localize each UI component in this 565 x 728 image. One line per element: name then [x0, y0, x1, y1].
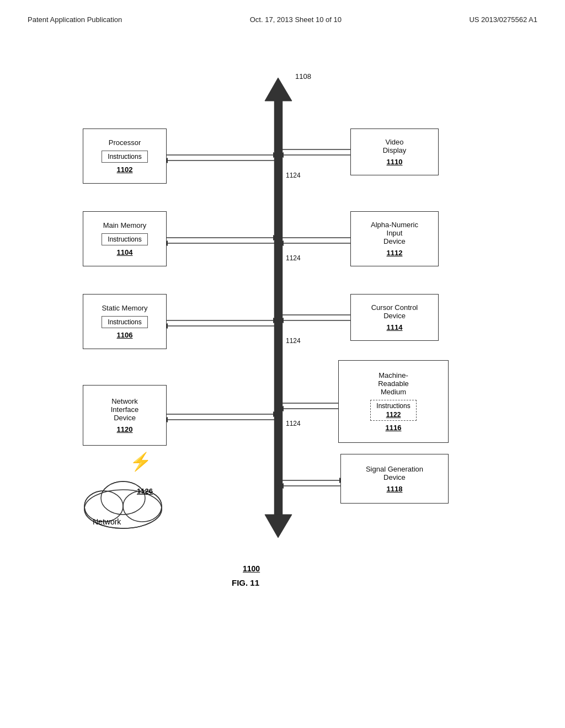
alpha-numeric-label: Alpha-NumericInputDevice	[371, 221, 418, 245]
static-memory-id: 1106	[117, 331, 133, 339]
svg-marker-16	[273, 411, 280, 417]
main-memory-instructions: Instructions	[102, 233, 147, 245]
cursor-control-box: Cursor ControlDevice 1114	[350, 294, 439, 341]
signal-generation-box: Signal GenerationDevice 1118	[340, 454, 449, 504]
main-memory-id: 1104	[117, 248, 133, 256]
svg-marker-30	[277, 318, 284, 323]
video-display-box: VideoDisplay 1110	[350, 129, 439, 175]
bus-mid-label-3: 1124	[286, 337, 301, 345]
header-center: Oct. 17, 2013 Sheet 10 of 10	[250, 15, 342, 24]
main-memory-box: Main Memory Instructions 1104	[83, 211, 167, 266]
svg-marker-38	[277, 483, 284, 489]
main-memory-label: Main Memory	[103, 221, 147, 229]
machine-readable-id: 1116	[386, 424, 402, 432]
svg-marker-4	[273, 152, 280, 158]
figure-id: 1100	[243, 564, 260, 573]
page-header: Patent Application Publication Oct. 17, …	[0, 0, 565, 29]
machine-readable-inner: Instructions 1122	[370, 400, 416, 421]
network-label: Network	[93, 517, 121, 526]
diagram: 1108 1124 1124 1124 1124 Processor Instr…	[0, 35, 565, 669]
network-interface-box: NetworkInterfaceDevice 1120	[83, 385, 167, 446]
signal-generation-label: Signal GenerationDevice	[366, 465, 423, 481]
svg-marker-34	[277, 406, 284, 411]
video-display-id: 1110	[387, 158, 403, 166]
cursor-control-id: 1114	[387, 323, 403, 331]
header-right: US 2013/0275562 A1	[469, 15, 537, 24]
page: Patent Application Publication Oct. 17, …	[0, 0, 565, 728]
svg-marker-8	[273, 235, 280, 240]
machine-readable-inner-id: 1122	[376, 411, 410, 419]
machine-readable-label: Machine-ReadableMedium	[378, 371, 409, 396]
bus-mid-label-2: 1124	[286, 254, 301, 262]
svg-marker-2	[265, 515, 292, 538]
header-left: Patent Application Publication	[28, 15, 122, 24]
processor-label: Processor	[109, 138, 141, 147]
static-memory-label: Static Memory	[102, 304, 147, 312]
processor-box: Processor Instructions 1102	[83, 129, 167, 184]
bus-mid-label-4: 1124	[286, 420, 301, 427]
network-id: 1126	[137, 487, 153, 495]
static-memory-instructions: Instructions	[102, 316, 147, 328]
svg-marker-1	[265, 78, 292, 101]
svg-marker-12	[273, 318, 280, 323]
network-interface-id: 1120	[117, 425, 133, 433]
alpha-numeric-id: 1112	[387, 249, 403, 257]
svg-marker-22	[277, 152, 284, 158]
bus-top-label: 1108	[295, 72, 311, 81]
bus-mid-label-1: 1124	[286, 172, 301, 179]
cursor-control-label: Cursor ControlDevice	[371, 303, 418, 320]
processor-id: 1102	[117, 165, 133, 174]
processor-instructions: Instructions	[102, 151, 147, 163]
static-memory-box: Static Memory Instructions 1106	[83, 294, 167, 349]
machine-readable-instructions: Instructions	[376, 402, 410, 410]
network-cloud	[71, 462, 175, 534]
alpha-numeric-box: Alpha-NumericInputDevice 1112	[350, 211, 439, 266]
signal-generation-id: 1118	[387, 485, 403, 493]
figure-label: FIG. 11	[232, 578, 259, 587]
machine-readable-box: Machine-ReadableMedium Instructions 1122…	[338, 360, 449, 443]
network-interface-label: NetworkInterfaceDevice	[111, 397, 139, 422]
svg-marker-26	[277, 240, 284, 246]
svg-marker-0	[274, 101, 282, 515]
video-display-label: VideoDisplay	[383, 138, 407, 154]
